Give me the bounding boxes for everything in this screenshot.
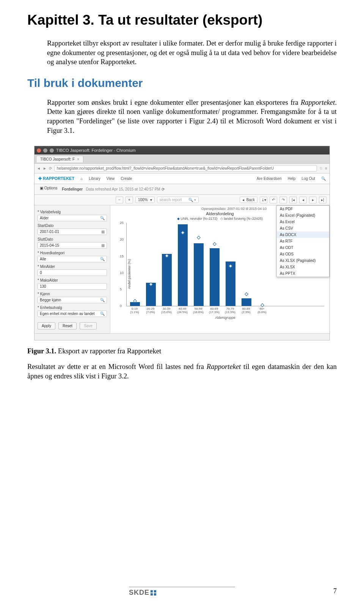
- screenshot-figure: TIBCO Jaspersoft: Fordelinger - Chromium…: [34, 146, 330, 340]
- xtick: 0-19(1.1%): [129, 307, 140, 314]
- window-title: TIBCO Jaspersoft: Fordelinger - Chromium: [56, 148, 136, 153]
- window-max-icon[interactable]: [50, 148, 54, 153]
- export-button[interactable]: ⤓▾: [260, 197, 267, 203]
- section-paragraph: Rapporter som ønskes brukt i egne dokume…: [27, 98, 337, 135]
- export-option[interactable]: As PDF: [277, 206, 329, 212]
- tab-close-icon[interactable]: ×: [77, 157, 79, 161]
- status-bar: [35, 333, 329, 340]
- window-close-icon[interactable]: [37, 148, 41, 153]
- window-min-icon[interactable]: [43, 148, 47, 153]
- browser-tab[interactable]: TIBCO Jaspersoft: F ×: [36, 156, 83, 162]
- xtick: 70-79(13.3%): [225, 307, 235, 314]
- browser-tabbar: TIBCO Jaspersoft: F ×: [35, 154, 329, 164]
- page-first-button[interactable]: |◂: [289, 197, 297, 203]
- chapter-heading: Kapittel 3. Ta ut resultater (eksport): [27, 12, 337, 28]
- search-icon[interactable]: 🔍: [321, 176, 326, 181]
- reset-button[interactable]: Reset: [58, 322, 77, 329]
- lbl-variabelvalg: * Variabelvalg: [38, 210, 107, 214]
- menu-help[interactable]: Help: [288, 176, 296, 181]
- browser-urlbar: ◄ ► ⟳ helseregister.no/rapporteket_prod/…: [35, 164, 329, 173]
- menu-logout[interactable]: Log Out: [301, 176, 315, 181]
- xtick: 80-89(2.3%): [241, 307, 251, 314]
- nav-reload-icon[interactable]: ⟳: [49, 166, 52, 170]
- user-name[interactable]: Are Edvardsen: [257, 176, 282, 181]
- bar-30-39: [162, 254, 172, 306]
- caption-text: Eksport av rapporter fra Rapporteket: [56, 347, 161, 355]
- export-option[interactable]: As PPTX: [277, 270, 329, 277]
- cal-icon-2: ▦: [101, 243, 105, 247]
- app-menubar: ✚ RAPPORTEKET ⌂ Library View Create Are …: [35, 173, 329, 184]
- save-button[interactable]: Save: [80, 322, 97, 329]
- para3-italic: Rapporteket: [207, 363, 241, 370]
- report-name: Fordelinger: [62, 187, 83, 191]
- zoom-out-button[interactable]: −: [116, 197, 123, 203]
- nav-back-icon[interactable]: ◄: [37, 166, 41, 170]
- para2-italic: Rapporteket: [301, 99, 335, 106]
- inp-kjonn[interactable]: Begge kjønn🔍: [38, 297, 107, 303]
- report-toolbar-2: − + 100% ▾ search report 🔍 ▾ ◂ Back ⤓▾ ↶…: [35, 195, 329, 205]
- export-menu[interactable]: As PDFAs Excel (Paginated)As ExcelAs CSV…: [276, 205, 329, 277]
- options-toggle[interactable]: ▣ Options: [38, 185, 60, 191]
- inp-maksalder[interactable]: 130: [38, 283, 107, 290]
- export-option[interactable]: As ODT: [277, 244, 329, 251]
- logo-squares-icon-2: [154, 590, 156, 596]
- export-option[interactable]: As RTF: [277, 238, 329, 244]
- tab-title: TIBCO Jaspersoft: F: [40, 157, 75, 161]
- page-next-button[interactable]: ▸: [309, 197, 317, 203]
- export-option[interactable]: As CSV: [277, 225, 329, 232]
- lbl-kjonn: * Kjønn: [38, 292, 107, 296]
- val-alder: Alder: [40, 216, 49, 220]
- val-sluttdato: 2015-04-15: [40, 243, 59, 247]
- menu-icon[interactable]: ≡: [325, 166, 327, 170]
- section-heading: Til bruk i dokumenter: [27, 77, 337, 90]
- page-prev-button[interactable]: ◂: [299, 197, 307, 203]
- x-ticks: 0-19(1.1%)20-29(7.0%)30-39(15.6%)40-49(2…: [126, 306, 324, 314]
- menu-create[interactable]: Create: [121, 176, 132, 181]
- lbl-enhet: * Enhetsutvalg: [38, 306, 107, 310]
- lbl-sluttdato: SluttDato: [38, 237, 107, 241]
- undo-button[interactable]: ↶: [270, 197, 277, 203]
- inp-hovedkat[interactable]: Alle🔍: [38, 256, 107, 262]
- inp-startdato[interactable]: 2007-01-01▦: [38, 228, 107, 235]
- zoom-level[interactable]: 100% ▾: [135, 197, 155, 203]
- inp-minalder[interactable]: 0: [38, 269, 107, 276]
- export-option[interactable]: As Excel (Paginated): [277, 212, 329, 219]
- export-option[interactable]: As XLSX (Paginated): [277, 257, 329, 264]
- export-option[interactable]: As Excel: [277, 219, 329, 225]
- options-sidebar: * Variabelvalg Alder🔍 StartDato 2007-01-…: [35, 205, 110, 333]
- inp-sluttdato[interactable]: 2015-04-15▦: [38, 242, 107, 249]
- inp-enhet[interactable]: Egen enhet mot resten av landet🔍: [38, 310, 107, 317]
- nav-fwd-icon[interactable]: ►: [43, 166, 47, 170]
- redo-button[interactable]: ↷: [279, 197, 287, 203]
- figure-caption: Figur 3.1. Eksport av rapporter fra Rapp…: [27, 347, 337, 355]
- bookmark-icon[interactable]: ☆: [319, 166, 323, 170]
- val-kjonn: Begge kjønn: [40, 298, 61, 302]
- menu-home-icon[interactable]: ⌂: [80, 176, 83, 181]
- url-field[interactable]: helseregister.no/rapporteket_prod/flow.h…: [54, 165, 317, 172]
- inp-variabelvalg[interactable]: Alder🔍: [38, 215, 107, 221]
- crumb-area: Fordelinger Data refreshed Apr 15, 2015 …: [62, 187, 326, 191]
- menu-library[interactable]: Library: [89, 176, 100, 181]
- xtick: 50-59(18.8%): [193, 307, 204, 314]
- export-option[interactable]: As ODS: [277, 251, 329, 257]
- apply-button[interactable]: Apply: [38, 322, 55, 329]
- export-option[interactable]: As XLSX: [277, 264, 329, 270]
- window-titlebar: TIBCO Jaspersoft: Fordelinger - Chromium: [35, 146, 329, 154]
- export-option[interactable]: As DOCX: [277, 232, 329, 238]
- cal-icon: ▦: [101, 230, 105, 234]
- xtick: 30-39(15.6%): [161, 307, 172, 314]
- zoom-in-button[interactable]: +: [126, 197, 133, 203]
- search-report-input[interactable]: search report 🔍 ▾: [157, 197, 199, 203]
- options-label: Options: [44, 186, 57, 190]
- legend-2: landet forøvrig (N=22425): [224, 217, 263, 221]
- chart-area: Operasjonsdato: 2007-01-02 til 2015-04-1…: [110, 205, 329, 333]
- page-last-button[interactable]: ▸|: [319, 197, 326, 203]
- back-button[interactable]: ◂ Back: [240, 197, 257, 203]
- result-paragraph: Resultatet av dette er at en Microsoft W…: [27, 362, 337, 381]
- xtick: 40-49(24.5%): [177, 307, 188, 314]
- menu-view[interactable]: View: [107, 176, 115, 181]
- bar-80-89: [241, 298, 252, 306]
- para3-a: Resultatet av dette er at en Microsoft W…: [27, 363, 207, 370]
- search-btn-icon[interactable]: 🔍 ▾: [188, 198, 196, 202]
- app-brand: ✚ RAPPORTEKET: [38, 176, 74, 181]
